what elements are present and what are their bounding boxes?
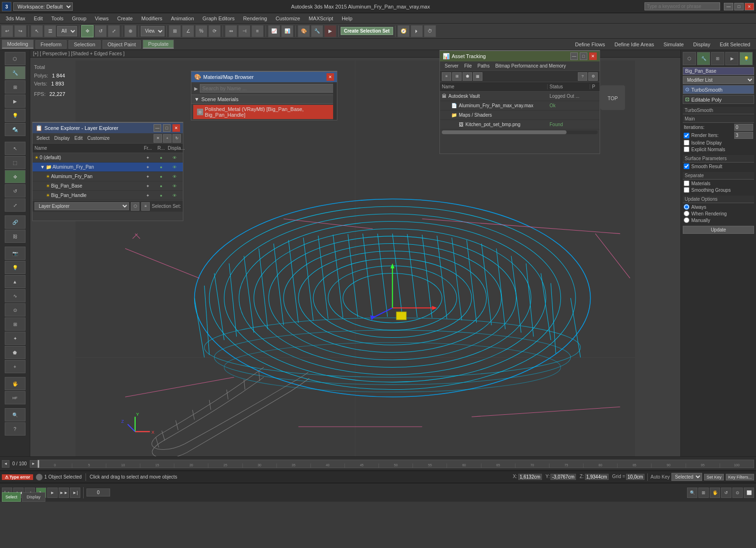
workspace-dropdown[interactable]: Workspace: Default: [13, 2, 73, 11]
bc-next-key[interactable]: ►►: [59, 488, 69, 498]
material-browser-window[interactable]: 🎨 Material/Map Browser ✕ ▶ ▼ Scene Mater…: [191, 71, 337, 120]
utilities-panel-btn[interactable]: 🔩: [5, 123, 26, 136]
layer-explorer-close[interactable]: ✕: [172, 124, 180, 132]
smoothing-checkbox[interactable]: [684, 187, 689, 193]
navigation-button[interactable]: 🧭: [397, 25, 410, 37]
modifier-select[interactable]: Modifier List: [683, 77, 754, 84]
le-menu-select[interactable]: Select: [34, 135, 52, 141]
action-define-idle-areas[interactable]: Define Idle Areas: [611, 41, 658, 48]
move-button[interactable]: ✥: [81, 25, 94, 37]
asset-tracking-window[interactable]: 📊 Asset Tracking — □ ✕ Server File Paths…: [439, 50, 600, 154]
display-tab[interactable]: Display: [22, 492, 45, 502]
at-menu-paths[interactable]: Paths: [475, 63, 493, 69]
hf-tool[interactable]: HF: [5, 391, 26, 404]
materials-checkbox[interactable]: [684, 180, 689, 186]
key-filters-button[interactable]: Key Filters...: [726, 474, 754, 480]
bc-orbit[interactable]: ↺: [721, 488, 731, 498]
scale-tool[interactable]: ⤢: [5, 198, 26, 212]
minimize-button[interactable]: —: [724, 3, 733, 10]
material-scrollbar[interactable]: [333, 82, 337, 120]
at-btn-settings[interactable]: ⚙: [588, 72, 598, 81]
render-iters-input[interactable]: [734, 132, 753, 139]
menu-item-group[interactable]: Group: [68, 15, 90, 22]
menu-item-3dsmax[interactable]: 3ds Max: [2, 15, 29, 22]
angle-snap-button[interactable]: ∠: [182, 25, 194, 37]
mirror-button[interactable]: ⇔: [225, 25, 237, 37]
at-menu-server[interactable]: Server: [442, 63, 461, 69]
layer-manager-button[interactable]: ≡: [251, 25, 264, 37]
at-btn-thumb[interactable]: ⬟: [463, 72, 472, 81]
smooth-result-checkbox[interactable]: [684, 163, 689, 169]
layer-row-default[interactable]: ☀ 0 (default) ✦ ● 👁: [33, 153, 183, 163]
action-define-flows[interactable]: Define Flows: [571, 41, 609, 48]
grab-viewport[interactable]: 🖐: [5, 377, 26, 390]
zoom-all[interactable]: 🔍: [5, 408, 26, 421]
action-display[interactable]: Display: [689, 41, 714, 48]
render-setup-button[interactable]: 🔧: [311, 25, 323, 37]
menu-item-views[interactable]: Views: [91, 15, 112, 22]
create-selection-set-button[interactable]: Create Selection Set: [341, 27, 393, 35]
snap-toggle-button[interactable]: ⊞: [169, 25, 181, 37]
maximize-button[interactable]: □: [734, 3, 744, 10]
particle-tool[interactable]: ✦: [5, 332, 26, 345]
scale-button[interactable]: ⤢: [108, 25, 120, 37]
rp-display-btn[interactable]: 💡: [739, 52, 753, 65]
manually-radio[interactable]: [684, 217, 689, 223]
select-button[interactable]: ↖: [31, 25, 43, 37]
le-refresh-btn[interactable]: ↻: [172, 134, 181, 143]
rp-create-btn[interactable]: ⬡: [683, 52, 696, 65]
le-menu-display[interactable]: Display: [52, 135, 72, 141]
motion-panel-btn[interactable]: ▶: [5, 94, 26, 108]
at-row-maxfile[interactable]: 📄 Aluminum_Fry_Pan_max_vray.max Ok: [440, 101, 600, 111]
menu-item-grapheditors[interactable]: Graph Editors: [199, 15, 239, 22]
modify-panel-btn[interactable]: 🔧: [5, 66, 26, 79]
menu-item-modifiers[interactable]: Modifiers: [137, 15, 166, 22]
set-key-button[interactable]: Set Key: [704, 474, 724, 480]
le-add-btn[interactable]: +: [163, 134, 172, 143]
le-menu-customize[interactable]: Customize: [86, 135, 112, 141]
at-menu-file[interactable]: File: [461, 63, 474, 69]
explicit-checkbox[interactable]: [684, 146, 689, 152]
at-btn-grid[interactable]: ▦: [473, 72, 482, 81]
align-button[interactable]: ⊣: [238, 25, 250, 37]
rp-motion-btn[interactable]: ▶: [725, 52, 739, 65]
title-search-input[interactable]: [644, 2, 720, 10]
unlink-tool[interactable]: ⛓: [5, 230, 26, 243]
layer-row-aluminum-mesh[interactable]: ☀ Aluminum_Fry_Pan ✦ ● 👁: [33, 172, 183, 181]
compound-tool[interactable]: ⊞: [5, 317, 26, 331]
move-tool[interactable]: ✥: [5, 170, 26, 183]
schematic-view-button[interactable]: 📊: [281, 25, 293, 37]
curve-editor-button[interactable]: 📈: [268, 25, 280, 37]
tab-object-paint[interactable]: Object Paint: [103, 40, 141, 49]
geometry-tool[interactable]: ▲: [5, 275, 26, 288]
menu-item-customize[interactable]: Customize: [272, 15, 304, 22]
hierarchy-panel-btn[interactable]: ⊞: [5, 80, 26, 94]
when-rendering-radio[interactable]: [684, 211, 689, 216]
menu-item-edit[interactable]: Edit: [30, 15, 47, 22]
action-edit-selected[interactable]: Edit Selected: [716, 41, 754, 48]
timeline-prev[interactable]: ◄: [2, 460, 9, 468]
always-radio[interactable]: [684, 204, 689, 210]
bc-zoom-all[interactable]: ⊞: [698, 488, 709, 498]
timeline-thumb[interactable]: [38, 460, 39, 468]
timeline-next[interactable]: ►: [30, 460, 37, 468]
rotate-tool[interactable]: ↺: [5, 184, 26, 197]
render-iters-checkbox[interactable]: [684, 133, 689, 138]
modifier-list-dropdown[interactable]: Modifier List: [683, 76, 754, 84]
asset-tracking-close[interactable]: ✕: [589, 52, 597, 60]
bc-maximize[interactable]: ⬜: [744, 488, 754, 498]
redo-button[interactable]: ↪: [14, 25, 26, 37]
spinner-snap-button[interactable]: ⟳: [208, 25, 221, 37]
view-dropdown[interactable]: View: [141, 26, 164, 36]
at-btn-list[interactable]: ≡: [442, 72, 451, 81]
material-editor-button[interactable]: 🎨: [298, 25, 310, 37]
select-tab[interactable]: Select: [2, 492, 21, 502]
tab-freeform[interactable]: Freeform: [35, 40, 67, 49]
link-tool[interactable]: 🔗: [5, 215, 26, 229]
at-menu-bitmap[interactable]: Bitmap Performance and Memory: [492, 63, 569, 69]
at-row-vault[interactable]: 🏛 Autodesk Vault Logged Out ...: [440, 92, 600, 101]
rp-modify-btn[interactable]: 🔧: [697, 52, 710, 65]
update-button[interactable]: Update: [683, 226, 754, 234]
nurbs-tool[interactable]: ⊙: [5, 303, 26, 317]
helper-tool[interactable]: +: [5, 360, 26, 373]
